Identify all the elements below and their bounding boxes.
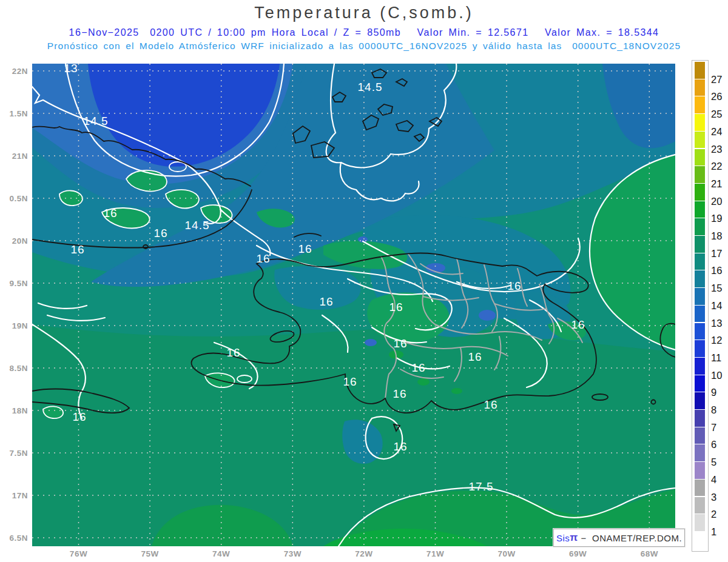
lon-tick-label: 73W	[284, 549, 302, 558]
colorbar-segment	[695, 114, 705, 131]
lat-tick-label: 7.5N	[2, 449, 28, 458]
colorbar-tick-label: 3	[711, 491, 716, 503]
colorbar-segment	[695, 392, 705, 409]
colorbar-segment	[695, 270, 705, 287]
colorbar-segment	[695, 358, 705, 375]
lon-tick-label: 75W	[141, 549, 158, 558]
colorbar-tick-label: 15	[711, 283, 722, 294]
map-canvas	[32, 64, 675, 546]
sispi-logo: Sis	[556, 533, 570, 543]
colorbar-segment	[695, 444, 705, 461]
colorbar-tick-label: 26	[711, 91, 722, 102]
lat-tick-label: 1.5N	[2, 109, 28, 118]
colorbar-segment	[695, 375, 705, 392]
colorbar-segment	[695, 323, 705, 340]
lon-tick-label: 74W	[212, 549, 230, 558]
lat-tick-label: 6.5N	[2, 534, 28, 543]
colorbar-segment	[695, 427, 705, 444]
colorbar-tick-label: 18	[711, 230, 722, 242]
lon-tick-label: 71W	[426, 549, 444, 558]
lat-tick-label: 0.5N	[2, 194, 28, 203]
colorbar-segment	[695, 462, 705, 479]
colorbar-tick-label: 4	[711, 473, 716, 485]
colorbar-tick-label: 13	[711, 317, 722, 329]
colorbar-segment	[695, 253, 705, 270]
lon-tick-label: 68W	[641, 549, 658, 558]
colorbar-tick-label: 19	[711, 213, 722, 224]
colorbar-tick-label: 12	[711, 335, 722, 346]
colorbar-tick-label: 6	[711, 439, 716, 450]
attribution-box: Sisπ − ONAMET/REP.DOM.	[553, 529, 685, 547]
lon-tick-label: 70W	[497, 549, 515, 558]
colorbar-segment	[695, 166, 705, 183]
colorbar-tick-label: 9	[711, 387, 716, 398]
colorbar-tick-label: 17	[711, 247, 722, 259]
colorbar-segment	[695, 218, 705, 235]
colorbar-segment	[695, 132, 705, 149]
lat-tick-label: 18N	[2, 406, 28, 415]
colorbar-tick-label: 22	[711, 161, 722, 172]
colorbar-segment	[695, 184, 705, 201]
lon-tick-label: 69W	[569, 549, 587, 558]
subtitle-datetime-minmax: 16−Nov−2025 0200 UTC / 10:00 pm Hora Loc…	[0, 27, 728, 38]
forecast-map: 1314.514.514.516161616161616161616161616…	[32, 64, 675, 546]
lat-tick-label: 17N	[2, 491, 28, 500]
subtitle-model-info: Pronóstico con el Modelo Atmósferico WRF…	[0, 41, 728, 52]
colorbar-segment	[695, 62, 705, 79]
attribution-separator: −	[578, 533, 592, 543]
lat-tick-label: 21N	[2, 152, 28, 161]
colorbar-tick-label: 23	[711, 143, 722, 155]
colorbar-segment	[695, 410, 705, 427]
colorbar-tick-label: 8	[711, 404, 716, 416]
lat-tick-label: 20N	[2, 236, 28, 246]
colorbar-segment	[695, 480, 705, 497]
colorbar-segment	[695, 306, 705, 323]
lat-tick-label: 9.5N	[2, 279, 28, 288]
colorbar-tick-label: 2	[711, 509, 716, 520]
colorbar-tick-label: 16	[711, 265, 722, 276]
colorbar-segment	[695, 497, 705, 514]
colorbar-tick-label: 1	[711, 526, 716, 537]
colorbar-tick-label: 27	[711, 73, 722, 85]
colorbar-tick-label: 24	[711, 125, 722, 137]
lat-tick-label: 8.5N	[2, 364, 28, 373]
colorbar-segment	[695, 201, 705, 218]
lon-tick-label: 72W	[355, 549, 372, 558]
lat-tick-label: 19N	[2, 321, 28, 330]
colorbar-tick-label: 25	[711, 109, 722, 120]
colorbar-segment	[695, 149, 705, 166]
colorbar-segment	[695, 236, 705, 253]
colorbar-tick-label: 14	[711, 299, 722, 311]
colorbar-tick-label: 10	[711, 369, 722, 381]
colorbar-tick-label: 11	[711, 352, 721, 363]
colorbar-segment	[695, 514, 705, 531]
attribution-org: ONAMET/REP.DOM.	[592, 533, 682, 543]
colorbar-segment	[695, 79, 705, 96]
colorbar-segment	[695, 96, 705, 113]
page-title: Temperatura (C,somb.)	[0, 4, 728, 22]
colorbar-tick-label: 21	[711, 178, 722, 189]
colorbar-tick-label: 5	[711, 457, 716, 468]
colorbar-tick-label: 20	[711, 195, 722, 207]
colorbar-segment	[695, 340, 705, 357]
lat-tick-label: 22N	[2, 67, 28, 76]
colorbar-segment	[695, 288, 705, 305]
colorbar-segment	[695, 532, 705, 549]
lon-tick-label: 76W	[70, 549, 87, 558]
weather-map-page: { "title": "Temperatura (C,somb.)", "hea…	[0, 0, 728, 562]
pi-glyph: π	[570, 532, 578, 544]
colorbar-tick-label: 7	[711, 421, 716, 433]
